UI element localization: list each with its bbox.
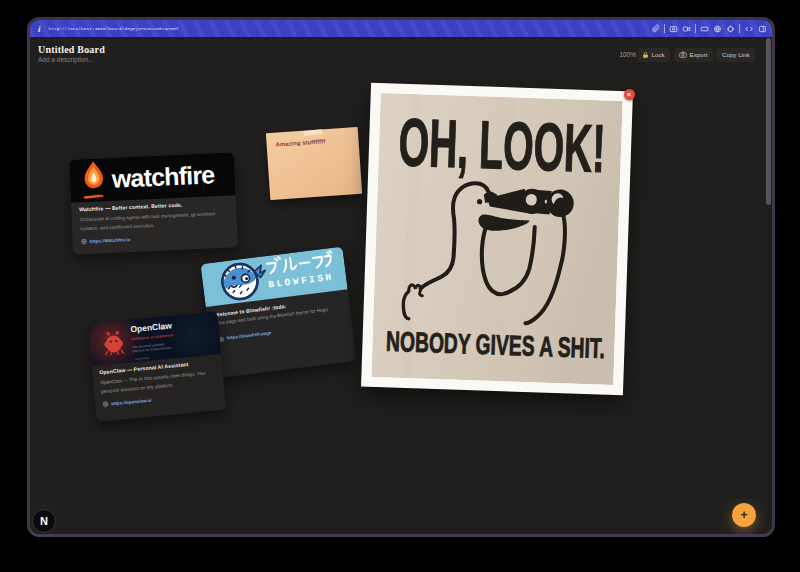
svg-text:NOBODY GIVES A SHIT.: NOBODY GIVES A SHIT. xyxy=(386,325,606,363)
svg-text:BLOWFISH: BLOWFISH xyxy=(268,272,334,291)
svg-text:OH, LOOK!: OH, LOOK! xyxy=(398,103,607,185)
